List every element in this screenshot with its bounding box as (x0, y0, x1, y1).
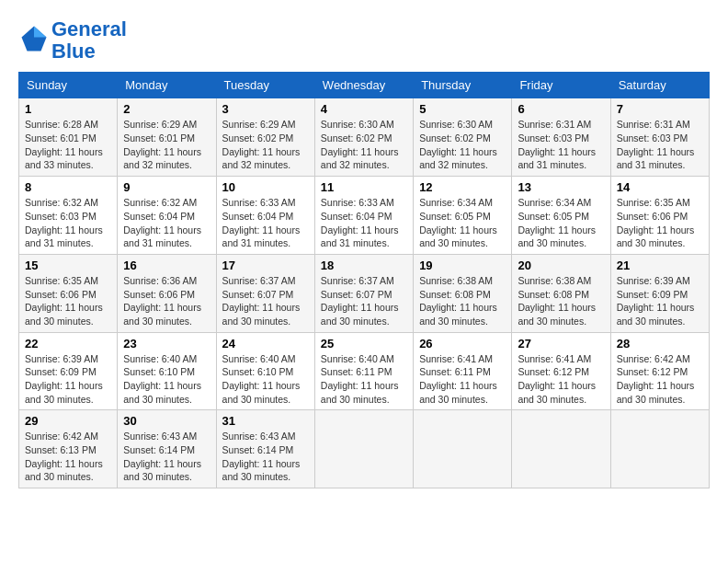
day-number: 3 (222, 102, 309, 116)
day-info: Sunrise: 6:34 AM Sunset: 6:05 PM Dayligh… (518, 196, 604, 250)
day-info: Sunrise: 6:42 AM Sunset: 6:13 PM Dayligh… (25, 430, 111, 484)
day-info: Sunrise: 6:29 AM Sunset: 6:02 PM Dayligh… (222, 118, 309, 172)
page-header: GeneralBlue (18, 18, 710, 63)
calendar-week-row: 22Sunrise: 6:39 AM Sunset: 6:09 PM Dayli… (19, 332, 710, 410)
calendar-cell: 14Sunrise: 6:35 AM Sunset: 6:06 PM Dayli… (610, 177, 709, 255)
weekday-header: Sunday (19, 73, 118, 98)
day-number: 9 (123, 180, 210, 194)
calendar-cell: 22Sunrise: 6:39 AM Sunset: 6:09 PM Dayli… (19, 332, 118, 410)
calendar-cell (610, 410, 709, 488)
day-info: Sunrise: 6:43 AM Sunset: 6:14 PM Dayligh… (222, 430, 309, 484)
calendar-cell: 9Sunrise: 6:32 AM Sunset: 6:04 PM Daylig… (118, 177, 216, 255)
calendar-cell: 11Sunrise: 6:33 AM Sunset: 6:04 PM Dayli… (314, 177, 413, 255)
day-info: Sunrise: 6:42 AM Sunset: 6:12 PM Dayligh… (617, 352, 703, 407)
weekday-header: Friday (512, 73, 610, 98)
day-number: 18 (321, 259, 407, 272)
day-info: Sunrise: 6:31 AM Sunset: 6:03 PM Dayligh… (617, 118, 703, 172)
day-number: 21 (617, 259, 703, 272)
day-number: 6 (518, 102, 604, 116)
calendar-cell: 24Sunrise: 6:40 AM Sunset: 6:10 PM Dayli… (216, 332, 314, 410)
day-number: 27 (518, 337, 604, 350)
weekday-header: Tuesday (216, 73, 314, 98)
day-number: 15 (25, 259, 111, 272)
calendar-cell: 2Sunrise: 6:29 AM Sunset: 6:01 PM Daylig… (118, 98, 216, 177)
calendar-cell: 30Sunrise: 6:43 AM Sunset: 6:14 PM Dayli… (118, 410, 216, 488)
day-info: Sunrise: 6:38 AM Sunset: 6:08 PM Dayligh… (419, 274, 506, 328)
day-info: Sunrise: 6:33 AM Sunset: 6:04 PM Dayligh… (321, 196, 407, 250)
day-info: Sunrise: 6:40 AM Sunset: 6:10 PM Dayligh… (123, 352, 210, 407)
day-info: Sunrise: 6:30 AM Sunset: 6:02 PM Dayligh… (419, 118, 506, 172)
calendar-cell: 3Sunrise: 6:29 AM Sunset: 6:02 PM Daylig… (216, 98, 314, 177)
calendar-cell: 26Sunrise: 6:41 AM Sunset: 6:11 PM Dayli… (414, 332, 512, 410)
day-number: 22 (25, 337, 111, 350)
day-info: Sunrise: 6:40 AM Sunset: 6:11 PM Dayligh… (321, 352, 407, 407)
calendar-cell: 20Sunrise: 6:38 AM Sunset: 6:08 PM Dayli… (512, 254, 610, 332)
day-number: 17 (222, 259, 309, 272)
day-info: Sunrise: 6:38 AM Sunset: 6:08 PM Dayligh… (518, 274, 604, 328)
day-number: 16 (123, 259, 210, 272)
weekday-header: Saturday (610, 73, 709, 98)
day-info: Sunrise: 6:34 AM Sunset: 6:05 PM Dayligh… (419, 196, 506, 250)
calendar-week-row: 1Sunrise: 6:28 AM Sunset: 6:01 PM Daylig… (19, 98, 710, 177)
day-number: 26 (419, 337, 506, 350)
calendar-cell: 18Sunrise: 6:37 AM Sunset: 6:07 PM Dayli… (314, 254, 413, 332)
logo-icon (20, 25, 48, 52)
calendar-cell: 13Sunrise: 6:34 AM Sunset: 6:05 PM Dayli… (512, 177, 610, 255)
day-number: 11 (321, 180, 407, 194)
calendar-cell: 17Sunrise: 6:37 AM Sunset: 6:07 PM Dayli… (216, 254, 314, 332)
calendar-cell: 15Sunrise: 6:35 AM Sunset: 6:06 PM Dayli… (19, 254, 118, 332)
calendar-cell: 19Sunrise: 6:38 AM Sunset: 6:08 PM Dayli… (414, 254, 512, 332)
day-number: 25 (321, 337, 407, 350)
day-info: Sunrise: 6:35 AM Sunset: 6:06 PM Dayligh… (617, 196, 703, 250)
day-number: 8 (25, 180, 111, 194)
calendar-cell: 4Sunrise: 6:30 AM Sunset: 6:02 PM Daylig… (314, 98, 413, 177)
day-info: Sunrise: 6:40 AM Sunset: 6:10 PM Dayligh… (222, 352, 309, 407)
day-number: 30 (123, 414, 210, 428)
calendar-cell: 16Sunrise: 6:36 AM Sunset: 6:06 PM Dayli… (118, 254, 216, 332)
calendar-cell: 12Sunrise: 6:34 AM Sunset: 6:05 PM Dayli… (414, 177, 512, 255)
day-info: Sunrise: 6:32 AM Sunset: 6:04 PM Dayligh… (123, 196, 210, 250)
day-info: Sunrise: 6:32 AM Sunset: 6:03 PM Dayligh… (25, 196, 111, 250)
logo-text: GeneralBlue (51, 18, 127, 63)
day-number: 19 (419, 259, 506, 272)
day-number: 4 (321, 102, 407, 116)
calendar-header-row: SundayMondayTuesdayWednesdayThursdayFrid… (19, 73, 710, 98)
day-number: 29 (25, 414, 111, 428)
day-info: Sunrise: 6:35 AM Sunset: 6:06 PM Dayligh… (25, 274, 111, 328)
day-number: 14 (617, 180, 703, 194)
day-info: Sunrise: 6:41 AM Sunset: 6:12 PM Dayligh… (518, 352, 604, 407)
day-info: Sunrise: 6:41 AM Sunset: 6:11 PM Dayligh… (419, 352, 506, 407)
calendar-cell: 7Sunrise: 6:31 AM Sunset: 6:03 PM Daylig… (610, 98, 709, 177)
calendar-cell (512, 410, 610, 488)
calendar-cell: 8Sunrise: 6:32 AM Sunset: 6:03 PM Daylig… (19, 177, 118, 255)
calendar-week-row: 8Sunrise: 6:32 AM Sunset: 6:03 PM Daylig… (19, 177, 710, 255)
calendar-table: SundayMondayTuesdayWednesdayThursdayFrid… (18, 72, 710, 488)
day-number: 28 (617, 337, 703, 350)
calendar-cell: 6Sunrise: 6:31 AM Sunset: 6:03 PM Daylig… (512, 98, 610, 177)
day-info: Sunrise: 6:43 AM Sunset: 6:14 PM Dayligh… (123, 430, 210, 484)
calendar-cell (414, 410, 512, 488)
day-info: Sunrise: 6:29 AM Sunset: 6:01 PM Dayligh… (123, 118, 210, 172)
calendar-cell: 1Sunrise: 6:28 AM Sunset: 6:01 PM Daylig… (19, 98, 118, 177)
day-number: 24 (222, 337, 309, 350)
day-number: 10 (222, 180, 309, 194)
calendar-cell: 10Sunrise: 6:33 AM Sunset: 6:04 PM Dayli… (216, 177, 314, 255)
calendar-week-row: 15Sunrise: 6:35 AM Sunset: 6:06 PM Dayli… (19, 254, 710, 332)
calendar-cell (314, 410, 413, 488)
calendar-week-row: 29Sunrise: 6:42 AM Sunset: 6:13 PM Dayli… (19, 410, 710, 488)
day-number: 7 (617, 102, 703, 116)
day-info: Sunrise: 6:33 AM Sunset: 6:04 PM Dayligh… (222, 196, 309, 250)
day-info: Sunrise: 6:37 AM Sunset: 6:07 PM Dayligh… (222, 274, 309, 328)
day-number: 23 (123, 337, 210, 350)
weekday-header: Wednesday (314, 73, 413, 98)
day-number: 13 (518, 180, 604, 194)
calendar-cell: 25Sunrise: 6:40 AM Sunset: 6:11 PM Dayli… (314, 332, 413, 410)
calendar-cell: 31Sunrise: 6:43 AM Sunset: 6:14 PM Dayli… (216, 410, 314, 488)
logo: GeneralBlue (18, 18, 127, 63)
day-number: 31 (222, 414, 309, 428)
day-number: 5 (419, 102, 506, 116)
calendar-cell: 27Sunrise: 6:41 AM Sunset: 6:12 PM Dayli… (512, 332, 610, 410)
day-number: 1 (25, 102, 111, 116)
weekday-header: Monday (118, 73, 216, 98)
calendar-cell: 29Sunrise: 6:42 AM Sunset: 6:13 PM Dayli… (19, 410, 118, 488)
